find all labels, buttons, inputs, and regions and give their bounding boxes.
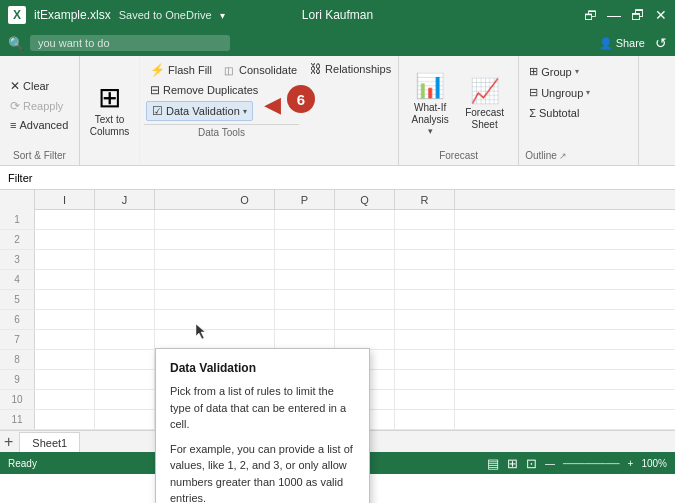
cell[interactable]: [275, 230, 335, 249]
layout-page-icon[interactable]: ⊞: [507, 456, 518, 471]
cell[interactable]: [395, 270, 455, 289]
cell[interactable]: [35, 310, 95, 329]
advanced-button[interactable]: ≡ Advanced: [6, 117, 73, 133]
col-header-i: I: [35, 190, 95, 210]
search-input[interactable]: [38, 37, 198, 49]
text-to-columns-button[interactable]: ⊞ Text to Columns: [80, 56, 140, 165]
reapply-button[interactable]: ⟳ Reapply: [6, 97, 73, 115]
layout-custom-icon[interactable]: ⊡: [526, 456, 537, 471]
column-headers: I J O P Q R: [0, 190, 675, 210]
cell[interactable]: [215, 330, 275, 349]
remove-duplicates-button[interactable]: ⊟ Remove Duplicates: [146, 81, 262, 99]
dropdown-icon[interactable]: ▾: [220, 10, 225, 21]
cell[interactable]: [395, 410, 455, 429]
cell[interactable]: [395, 370, 455, 389]
cell[interactable]: [95, 410, 155, 429]
consolidate-text[interactable]: Consolidate: [239, 64, 297, 76]
cell[interactable]: [35, 330, 95, 349]
cell[interactable]: [275, 250, 335, 269]
cell[interactable]: [335, 250, 395, 269]
cell[interactable]: [215, 210, 275, 229]
cell[interactable]: [95, 270, 155, 289]
cell[interactable]: [215, 230, 275, 249]
cell[interactable]: [95, 310, 155, 329]
cell[interactable]: [395, 350, 455, 369]
cell[interactable]: [395, 210, 455, 229]
forecast-sheet-button[interactable]: 📈 ForecastSheet: [459, 60, 510, 148]
zoom-slider[interactable]: ────────: [563, 458, 620, 469]
cell[interactable]: [95, 330, 155, 349]
subtotal-button[interactable]: Σ Subtotal: [525, 105, 583, 121]
ungroup-button[interactable]: ⊟ Ungroup ▾: [525, 84, 594, 101]
data-validation-icon: ☑: [152, 104, 163, 118]
cell[interactable]: [35, 370, 95, 389]
cell[interactable]: [95, 210, 155, 229]
cell[interactable]: [95, 290, 155, 309]
cell[interactable]: [335, 290, 395, 309]
group-button[interactable]: ⊞ Group ▾: [525, 63, 583, 80]
save-status: Saved to OneDrive: [119, 9, 212, 21]
cell[interactable]: [335, 310, 395, 329]
restore-icon[interactable]: 🗗: [584, 8, 597, 23]
reapply-icon: ⟳: [10, 99, 20, 113]
cell[interactable]: [35, 390, 95, 409]
zoom-minus-button[interactable]: —: [545, 458, 555, 469]
forecast-group-label: Forecast: [405, 148, 512, 161]
cell[interactable]: [335, 330, 395, 349]
add-sheet-icon[interactable]: +: [4, 433, 13, 451]
cell[interactable]: [35, 270, 95, 289]
cell[interactable]: [395, 230, 455, 249]
cell[interactable]: [35, 410, 95, 429]
cell[interactable]: [215, 250, 275, 269]
cell[interactable]: [275, 210, 335, 229]
cell[interactable]: [35, 290, 95, 309]
undo-icon[interactable]: ↺: [655, 35, 667, 51]
cell[interactable]: [95, 390, 155, 409]
zoom-plus-button[interactable]: +: [628, 458, 634, 469]
cell[interactable]: [95, 370, 155, 389]
cell[interactable]: [335, 270, 395, 289]
cell[interactable]: [395, 390, 455, 409]
forecast-buttons: 📊 What-IfAnalysis ▾ 📈 ForecastSheet: [405, 60, 512, 148]
cell[interactable]: [275, 330, 335, 349]
cell[interactable]: [35, 210, 95, 229]
row-number: 8: [0, 350, 35, 369]
relationships-button[interactable]: ⛓ Relationships: [306, 60, 395, 78]
cell[interactable]: [395, 330, 455, 349]
clear-button[interactable]: ✕ Clear: [6, 77, 73, 95]
forecast-group: 📊 What-IfAnalysis ▾ 📈 ForecastSheet Fore…: [399, 56, 519, 165]
popup-para1: Pick from a list of rules to limit the t…: [170, 383, 355, 433]
cell[interactable]: [335, 210, 395, 229]
close-btn[interactable]: ✕: [655, 7, 667, 23]
advanced-icon: ≡: [10, 119, 16, 131]
cell[interactable]: [275, 270, 335, 289]
cell[interactable]: [95, 250, 155, 269]
cell[interactable]: [35, 350, 95, 369]
cell[interactable]: [275, 290, 335, 309]
share-icon[interactable]: 👤 Share: [599, 37, 645, 50]
data-validation-button[interactable]: ☑ Data Validation ▾: [146, 101, 253, 121]
cell[interactable]: [275, 310, 335, 329]
cell[interactable]: [215, 290, 275, 309]
cell[interactable]: [395, 250, 455, 269]
red-arrow-indicator: ▶: [264, 92, 281, 118]
cell[interactable]: [215, 310, 275, 329]
sheet-tab[interactable]: Sheet1: [19, 432, 80, 452]
restore-btn[interactable]: 🗗: [631, 7, 645, 23]
flash-fill-button[interactable]: ⚡ Flash Fill: [146, 61, 216, 79]
search-input-wrap[interactable]: [30, 35, 230, 51]
cell[interactable]: [215, 270, 275, 289]
what-if-analysis-button[interactable]: 📊 What-IfAnalysis ▾: [405, 60, 455, 148]
cell[interactable]: [395, 310, 455, 329]
outline-expand-icon[interactable]: ↗: [559, 151, 567, 161]
cell[interactable]: [35, 250, 95, 269]
minimize-btn[interactable]: —: [607, 7, 621, 23]
cell[interactable]: [95, 230, 155, 249]
dv-chevron-icon: ▾: [243, 107, 247, 116]
cell[interactable]: [35, 230, 95, 249]
cell[interactable]: [95, 350, 155, 369]
cell[interactable]: [395, 290, 455, 309]
cell[interactable]: [335, 230, 395, 249]
title-bar-left: X itExample.xlsx Saved to OneDrive ▾: [8, 6, 225, 24]
layout-normal-icon[interactable]: ▤: [487, 456, 499, 471]
